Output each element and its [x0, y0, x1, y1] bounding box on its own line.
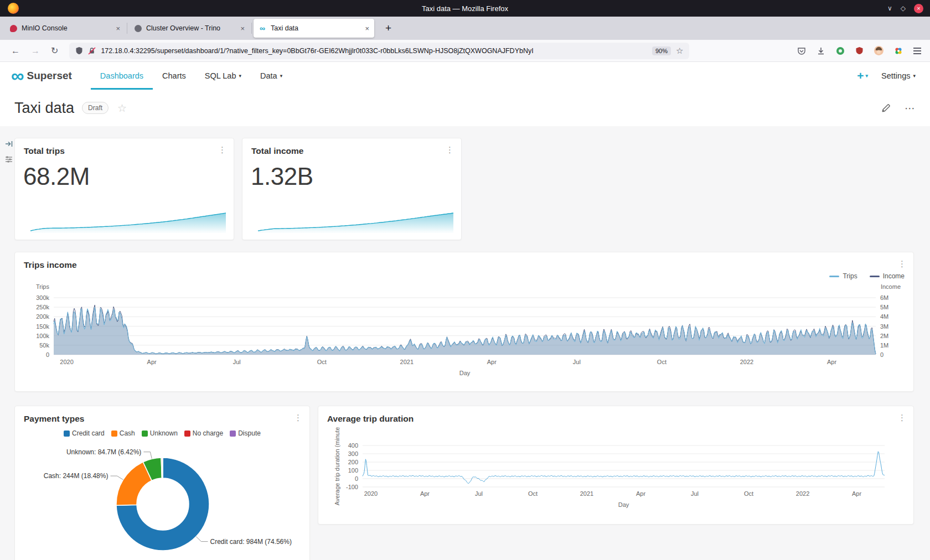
menu-hamburger-icon[interactable]	[913, 46, 921, 56]
legend-swatch	[829, 276, 839, 277]
main-nav: Dashboards Charts SQL Lab▾ Data▾	[91, 62, 292, 90]
tick-label: 200	[348, 459, 358, 465]
restore-window-icon[interactable]: ◇	[901, 4, 906, 12]
more-options-icon[interactable]: ⋯	[905, 102, 916, 115]
tick-label: Oct	[744, 490, 753, 497]
legend: Credit card Cash Unknown No charge Dispu…	[15, 429, 309, 437]
ublock-shield-icon[interactable]	[855, 46, 864, 55]
legend-swatch	[870, 276, 880, 277]
legend-label: Income	[883, 272, 905, 280]
new-dropdown-button[interactable]: +▾	[857, 69, 868, 82]
legend-item-income[interactable]: Income	[870, 272, 905, 280]
more-options-icon[interactable]: ⋮	[218, 145, 226, 155]
legend-swatch	[230, 431, 236, 437]
tab-separator	[127, 23, 127, 34]
x-axis-title: Day	[618, 501, 629, 508]
account-avatar-icon[interactable]	[874, 46, 884, 55]
chart-title: Average trip duration	[327, 414, 414, 424]
nav-item-dashboards[interactable]: Dashboards	[91, 62, 153, 90]
expand-filter-bar-icon[interactable]	[4, 139, 13, 148]
legend-label: Trips	[843, 272, 857, 280]
tab-label: MinIO Console	[22, 24, 111, 32]
more-options-icon[interactable]: ⋮	[898, 259, 906, 269]
pocket-icon[interactable]	[797, 46, 806, 55]
tick-label: 1M	[880, 342, 888, 349]
brand-name: Superset	[27, 70, 72, 82]
chart-title: Total income	[251, 146, 303, 156]
settings-menu[interactable]: Settings▾	[881, 71, 916, 80]
back-button[interactable]: ←	[11, 46, 20, 56]
tick-label: 100	[348, 467, 358, 474]
nav-label: Data	[260, 71, 277, 80]
trips-area	[54, 307, 876, 355]
legend-item-dispute[interactable]: Dispute	[230, 429, 261, 437]
tick-label: 50k	[39, 342, 49, 349]
more-options-icon[interactable]: ⋮	[898, 413, 906, 423]
legend-item-trips[interactable]: Trips	[829, 272, 857, 280]
settings-label: Settings	[881, 71, 910, 80]
insecure-lock-icon[interactable]	[88, 47, 96, 55]
more-options-icon[interactable]: ⋮	[294, 413, 302, 423]
payment-types-card: Credit card: 984M (74.56%)Cash: 244M (18…	[14, 406, 310, 560]
extension-green-icon[interactable]	[836, 46, 845, 55]
legend: Trips Income	[829, 272, 905, 280]
slice-callout-label: Credit card: 984M (74.56%)	[210, 538, 292, 546]
zoom-indicator[interactable]: 90%	[652, 46, 671, 55]
tick-label: 2M	[880, 333, 888, 339]
close-window-icon[interactable]: ×	[914, 4, 923, 13]
status-badge: Draft	[82, 102, 108, 114]
legend-item-unknown[interactable]: Unknown	[142, 429, 178, 437]
reload-button[interactable]: ↻	[51, 45, 58, 56]
close-tab-icon[interactable]: ×	[116, 24, 120, 33]
new-tab-button[interactable]: +	[381, 22, 396, 34]
callout-line	[143, 452, 152, 459]
tab-taxi-data[interactable]: ∞ Taxi data ×	[254, 19, 374, 38]
window-titlebar: Taxi data — Mozilla Firefox ∨ ◇ ×	[0, 0, 930, 17]
url-text[interactable]: 172.18.0.4:32295/superset/dashboard/1/?n…	[101, 47, 647, 55]
more-options-icon[interactable]: ⋮	[446, 145, 454, 155]
nav-label: SQL Lab	[205, 71, 236, 80]
chart-title: Trips income	[24, 260, 77, 270]
url-bar[interactable]: 172.18.0.4:32295/superset/dashboard/1/?n…	[69, 43, 689, 59]
legend-label: Dispute	[238, 429, 261, 437]
tick-label: Jul	[475, 490, 483, 497]
chart-title: Total trips	[24, 146, 65, 156]
tick-label: -100	[346, 484, 358, 490]
dashboard-header: Taxi data Draft ☆ ⋯	[0, 90, 930, 126]
trips-income-card: 300k6M250k5M200k4M150k3M100k2M50k1M00Tri…	[14, 252, 914, 392]
average-trip-duration-card: 4003002001000-1002020AprJulOct2021AprJul…	[318, 406, 914, 525]
superset-logo[interactable]: ∞ Superset	[11, 68, 72, 84]
edit-pencil-icon[interactable]	[881, 103, 891, 113]
average-trip-duration-chart: 4003002001000-1002020AprJulOct2021AprJul…	[318, 406, 914, 525]
tracking-shield-icon[interactable]	[75, 46, 83, 55]
legend-swatch	[142, 431, 148, 437]
bookmark-star-icon[interactable]: ☆	[676, 46, 683, 56]
tab-trino-cluster-overview[interactable]: Cluster Overview - Trino ×	[129, 19, 250, 38]
legend-item-no-charge[interactable]: No charge	[184, 429, 223, 437]
tick-label: Apr	[487, 359, 497, 365]
nav-item-data[interactable]: Data▾	[251, 62, 292, 90]
downloads-icon[interactable]	[817, 46, 825, 55]
nav-label: Charts	[162, 71, 186, 80]
nav-item-sql-lab[interactable]: SQL Lab▾	[195, 62, 251, 90]
tick-label: Jul	[573, 359, 581, 365]
tab-strip: MinIO Console × Cluster Overview - Trino…	[0, 17, 930, 40]
chevron-down-icon[interactable]: ∨	[887, 4, 892, 12]
forward-button[interactable]: →	[31, 46, 40, 56]
nav-item-charts[interactable]: Charts	[153, 62, 195, 90]
close-tab-icon[interactable]: ×	[365, 24, 369, 33]
tab-minio-console[interactable]: MinIO Console ×	[4, 19, 125, 38]
favorite-star-icon[interactable]: ☆	[117, 102, 127, 115]
tick-label: Apr	[420, 490, 430, 497]
legend-item-cash[interactable]: Cash	[111, 429, 135, 437]
tick-label: Oct	[528, 490, 538, 497]
total-income-card: Total income ⋮ 1.32B	[242, 138, 462, 240]
filter-sliders-icon[interactable]	[4, 155, 13, 164]
legend-label: No charge	[193, 429, 223, 437]
left-axis-title: Trips	[36, 283, 50, 290]
filter-bar-collapsed	[4, 139, 13, 164]
close-tab-icon[interactable]: ×	[240, 24, 245, 33]
extension-pinwheel-icon[interactable]	[894, 46, 903, 55]
sparkline-area	[30, 213, 226, 233]
legend-item-credit-card[interactable]: Credit card	[64, 429, 105, 437]
